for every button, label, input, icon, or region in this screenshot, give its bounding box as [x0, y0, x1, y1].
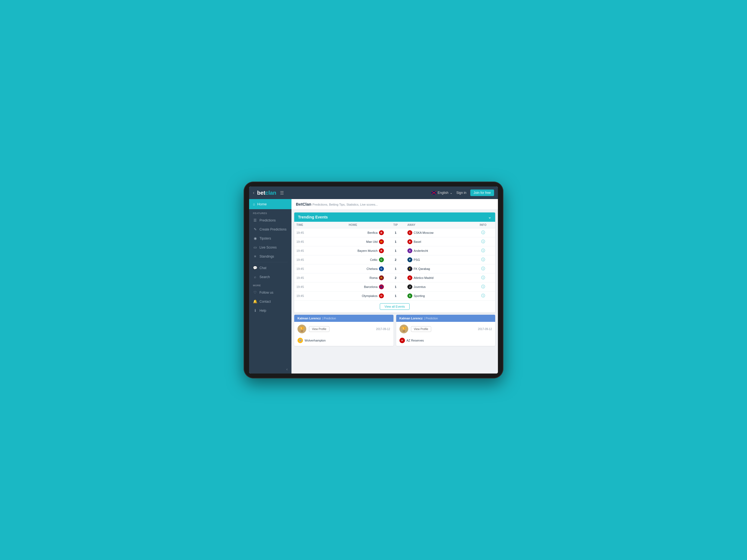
tipsters-icon: ◉ — [253, 236, 257, 240]
sidebar-item-label: Standings — [259, 255, 274, 258]
tablet-frame: ‹ betclan ☰ English ⌄ Sign in Join for f… — [243, 182, 504, 378]
cell-info[interactable]: ⓘ — [471, 237, 495, 246]
table-row[interactable]: 19:45 Roma R 2 A Atletico Madrid ⓘ — [294, 274, 495, 282]
cell-tip: 1 — [386, 264, 405, 274]
sidebar: ⌂ Home FEATURES ☰ Predictions ✎ Create P… — [249, 199, 291, 374]
home-team-name: Olympiakos — [362, 294, 377, 298]
away-team-name: Atletico Madrid — [414, 276, 434, 279]
sidebar-item-predictions[interactable]: ☰ Predictions — [249, 216, 291, 225]
page-title: BetClan Predictions, Betting Tips, Stati… — [296, 202, 378, 206]
sidebar-item-standings[interactable]: ≡ Standings — [249, 252, 291, 261]
table-row[interactable]: 19:45 Man Utd M 1 B Basel ⓘ — [294, 237, 495, 246]
sidebar-item-tipsters[interactable]: ◉ Tipsters — [249, 234, 291, 243]
sidebar-item-label: Tipsters — [259, 236, 271, 240]
pred-match[interactable]: A AZ Reserves — [396, 336, 495, 346]
cell-time: 19:45 — [294, 255, 320, 264]
home-team-logo: B — [379, 284, 384, 289]
cell-time: 19:45 — [294, 282, 320, 291]
home-team-name: Barcelona — [364, 285, 378, 288]
trending-title: Trending Events — [298, 215, 328, 219]
sidebar-item-label: Chat — [259, 266, 266, 270]
sidebar-item-help[interactable]: ℹ Help — [249, 306, 291, 315]
table-row[interactable]: 19:45 Olympiakos O 1 S Sporting ⓘ — [294, 291, 495, 301]
home-team-logo: R — [379, 275, 384, 280]
sidebar-item-follow-us[interactable]: ♡ Follow us — [249, 288, 291, 297]
cell-tip: 1 — [386, 237, 405, 246]
pred-card-body: 🏆 View Profile 2017-09-12 — [396, 322, 495, 336]
hamburger-menu[interactable]: ☰ — [280, 190, 284, 196]
cell-info[interactable]: ⓘ — [471, 282, 495, 291]
cell-info[interactable]: ⓘ — [471, 291, 495, 301]
sidebar-item-label: Contact — [259, 300, 271, 304]
cell-tip: 1 — [386, 282, 405, 291]
join-free-button[interactable]: Join for free — [470, 189, 494, 196]
sidebar-item-search[interactable]: ⌕ Search — [249, 272, 291, 281]
sidebar-item-home[interactable]: ⌂ Home — [249, 199, 291, 209]
cell-info[interactable]: ⓘ — [471, 274, 495, 282]
info-icon[interactable]: ⓘ — [481, 266, 485, 271]
away-team-name: FK Qarabag — [414, 267, 430, 271]
cell-time: 19:45 — [294, 228, 320, 237]
info-icon[interactable]: ⓘ — [481, 275, 485, 280]
sidebar-item-label: Create Predictions — [259, 228, 287, 231]
cell-info[interactable]: ⓘ — [471, 246, 495, 255]
table-row[interactable]: 19:45 Bayern Munich B 1 A Anderlecht ⓘ — [294, 246, 495, 255]
home-team-name: Celtic — [370, 258, 378, 261]
help-icon: ℹ — [253, 308, 257, 312]
collapse-trending-icon[interactable]: ⌄ — [488, 215, 491, 219]
info-icon[interactable]: ⓘ — [481, 284, 485, 289]
info-icon[interactable]: ⓘ — [481, 257, 485, 262]
sidebar-item-create-predictions[interactable]: ✎ Create Predictions — [249, 225, 291, 234]
table-row[interactable]: 19:45 Barcelona B 1 J Juventus ⓘ — [294, 282, 495, 291]
cell-time: 19:45 — [294, 237, 320, 246]
cell-time: 19:45 — [294, 274, 320, 282]
info-icon[interactable]: ⓘ — [481, 248, 485, 253]
sidebar-item-live-scores[interactable]: ▭ Live Scores — [249, 243, 291, 252]
sidebar-item-chat[interactable]: 💬 Chat — [249, 263, 291, 272]
cell-info[interactable]: ⓘ — [471, 228, 495, 237]
sidebar-item-label: Live Scores — [259, 246, 277, 249]
cell-tip: 1 — [386, 246, 405, 255]
view-all-events-button[interactable]: View all Events — [380, 303, 409, 310]
flag-icon — [432, 191, 436, 195]
table-row[interactable]: 19:45 Celtic C 2 P PSG ⓘ — [294, 255, 495, 264]
home-team-name: Bayern Munich — [357, 249, 377, 252]
back-button[interactable]: ‹ — [253, 190, 254, 195]
predictor-name: Kalman Lorencz — [298, 316, 321, 320]
cell-away: S Sporting — [405, 291, 471, 301]
cell-away: B Basel — [405, 237, 471, 246]
cell-info[interactable]: ⓘ — [471, 255, 495, 264]
cell-tip: 2 — [386, 255, 405, 264]
away-team-logo: P — [407, 257, 412, 262]
cell-home: Roma R — [320, 274, 386, 282]
predictor-name: Kalman Lorencz — [400, 316, 423, 320]
language-selector[interactable]: English ⌄ — [432, 191, 453, 195]
main-layout: ⌂ Home FEATURES ☰ Predictions ✎ Create P… — [249, 199, 498, 374]
table-row[interactable]: 19:45 Chelsea C 1 F FK Qarabag ⓘ — [294, 264, 495, 274]
pred-match[interactable]: 🐺 Wolverhampton — [294, 336, 393, 346]
away-team-name: Sporting — [414, 294, 425, 298]
search-icon: ⌕ — [253, 275, 257, 279]
avatar: 🏆 — [400, 325, 408, 333]
home-team-logo: C — [379, 257, 384, 262]
features-label: FEATURES — [249, 209, 291, 216]
site-name: BetClan — [296, 202, 311, 206]
collapse-button[interactable]: ‹ — [249, 365, 291, 374]
info-icon[interactable]: ⓘ — [481, 294, 485, 298]
trending-header: Trending Events ⌄ — [294, 212, 495, 222]
sidebar-item-contact[interactable]: 🔔 Contact — [249, 297, 291, 306]
prediction-card: Kalman Lorencz | Prediction 🏆 View Profi… — [294, 315, 393, 346]
page-description: Predictions, Betting Tips, Statistics, L… — [312, 203, 378, 206]
cell-away: F FK Qarabag — [405, 264, 471, 274]
view-profile-button[interactable]: View Profile — [309, 326, 330, 332]
cell-home: Bayern Munich B — [320, 246, 386, 255]
pred-date: 2017-09-12 — [376, 328, 390, 331]
view-profile-button[interactable]: View Profile — [411, 326, 432, 332]
match-logo: A — [400, 338, 405, 343]
table-row[interactable]: 19:45 Benfica B 1 C CSKA Moscow ⓘ — [294, 228, 495, 237]
cell-info[interactable]: ⓘ — [471, 264, 495, 274]
away-team-name: Juventus — [414, 285, 426, 288]
info-icon[interactable]: ⓘ — [481, 230, 485, 235]
info-icon[interactable]: ⓘ — [481, 239, 485, 244]
sign-in-button[interactable]: Sign in — [456, 191, 466, 195]
